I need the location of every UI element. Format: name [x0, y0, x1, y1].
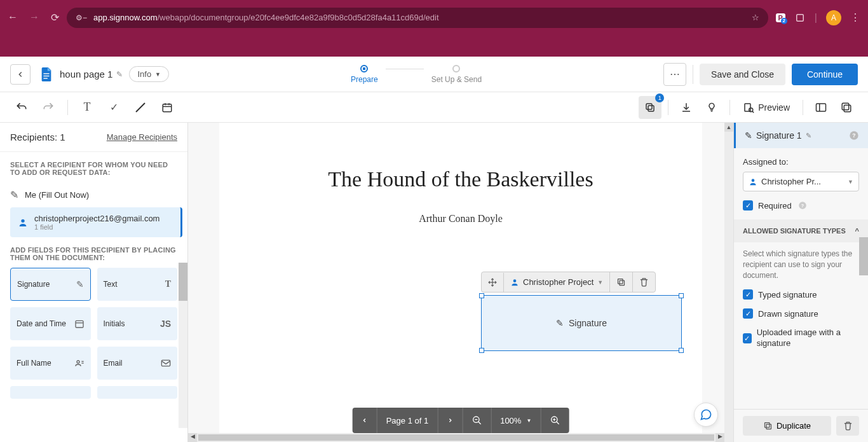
field-fullname[interactable]: Full Name [10, 347, 91, 380]
field-name: Signature 1 [756, 130, 802, 141]
field-text[interactable]: Text T [97, 268, 178, 301]
help-icon[interactable]: ? [798, 201, 807, 210]
field-owner-dropdown[interactable]: Christopher Project ▼ [504, 272, 610, 292]
field-signature[interactable]: Signature ✎ [10, 268, 91, 301]
extensions-icon[interactable] [794, 12, 806, 24]
svg-rect-1 [43, 73, 49, 74]
recipient-me[interactable]: ✎ Me (Fill Out Now) [0, 183, 187, 207]
more-options-button[interactable]: ⋯ [663, 63, 686, 86]
allowed-types-header[interactable]: ALLOWED SIGNATURE TYPES ^ [734, 219, 868, 242]
preview-button[interactable]: Preview [736, 102, 796, 113]
canvas-scrollbar-vertical[interactable]: ▲ [724, 123, 733, 442]
resize-handle-bl[interactable] [479, 348, 484, 353]
save-close-button[interactable]: Save and Close [700, 64, 785, 85]
chevron-up-icon: ^ [855, 227, 859, 235]
canvas-area[interactable]: The Hound of the Baskervilles Arthur Con… [188, 123, 733, 442]
field-initials[interactable]: Initials JS [97, 307, 178, 340]
svg-rect-15 [817, 104, 826, 111]
email-icon [161, 359, 171, 368]
svg-rect-12 [745, 104, 750, 111]
page-prev[interactable] [353, 408, 377, 433]
field-email[interactable]: Email [97, 347, 178, 380]
back-icon[interactable]: ← [8, 11, 18, 24]
check-tool[interactable]: ✓ [102, 96, 125, 119]
checkbox-checked-icon[interactable]: ✓ [743, 333, 752, 343]
duplicate-button[interactable]: Duplicate [743, 416, 831, 436]
delete-button[interactable] [836, 416, 859, 436]
assigned-to-select[interactable]: Christopher Pr... ▼ [743, 172, 859, 191]
step-setup-send[interactable]: Set Up & Send [431, 65, 482, 84]
svg-rect-29 [620, 280, 625, 286]
edit-title-icon[interactable]: ✎ [116, 70, 123, 79]
info-dropdown[interactable]: Info ▼ [129, 66, 169, 82]
zoom-out[interactable] [463, 408, 491, 433]
person-card-icon [74, 358, 85, 368]
checkbox-checked-icon[interactable]: ✓ [743, 200, 753, 211]
menu-icon[interactable]: ⋮ [850, 11, 860, 24]
document-page[interactable]: The Hound of the Baskervilles Arthur Con… [219, 123, 702, 441]
hint-button[interactable] [700, 96, 723, 119]
line-tool[interactable] [129, 96, 152, 119]
svg-point-22 [77, 361, 79, 363]
browser-nav: ← → ⟳ [8, 11, 59, 24]
type-typed-row[interactable]: ✓ Typed signature [743, 289, 859, 300]
pencil-icon: ✎ [10, 189, 18, 201]
resize-handle-tl[interactable] [479, 293, 484, 298]
page-indicator: Page 1 of 1 [377, 408, 438, 433]
back-button[interactable] [10, 64, 31, 85]
required-checkbox-row[interactable]: ✓ Required ? [743, 200, 859, 211]
zoom-in[interactable] [541, 408, 569, 433]
url-bar[interactable]: ⚙− app.signnow.com/webapp/documentgroup/… [67, 8, 768, 28]
date-tool[interactable] [156, 96, 179, 119]
page-next[interactable] [438, 408, 463, 433]
profile-avatar[interactable]: A [826, 10, 841, 25]
document-title[interactable]: houn page 1 [60, 69, 112, 79]
continue-button[interactable]: Continue [792, 64, 858, 85]
doc-heading: The Hound of the Baskervilles [251, 167, 670, 191]
download-button[interactable] [675, 96, 698, 119]
forward-icon[interactable]: → [29, 11, 39, 24]
layout-right-button[interactable] [835, 96, 858, 119]
right-scrollbar[interactable] [859, 237, 868, 275]
help-icon[interactable]: ? [849, 130, 859, 141]
copy-fields-button[interactable]: 1 [639, 96, 661, 119]
field-copy-button[interactable] [610, 272, 633, 292]
edit-name-icon[interactable]: ✎ [806, 132, 811, 140]
text-tool[interactable]: T [76, 96, 98, 119]
redo-button[interactable] [37, 96, 60, 119]
layout-left-button[interactable] [810, 96, 832, 119]
checkbox-checked-icon[interactable]: ✓ [743, 308, 753, 319]
field-datetime[interactable]: Date and Time [10, 307, 91, 340]
chat-button[interactable] [694, 403, 718, 427]
main-layout: Recipients: 1 Manage Recipients SELECT A… [0, 123, 868, 442]
resize-handle-br[interactable] [679, 348, 684, 353]
recipient-christopher[interactable]: christopherproject216@gmail.com 1 field [10, 207, 182, 237]
assigned-to-label: Assigned to: [743, 157, 859, 167]
checkbox-checked-icon[interactable]: ✓ [743, 289, 753, 300]
field-delete-button[interactable] [633, 272, 655, 292]
left-scrollbar[interactable] [179, 263, 187, 428]
recipients-count: Recipients: 1 [10, 132, 65, 142]
reload-icon[interactable]: ⟳ [51, 11, 59, 24]
svg-rect-10 [646, 104, 652, 109]
browser-right: P | A ⋮ [776, 10, 861, 25]
field-extra-2[interactable] [97, 386, 178, 399]
canvas-scrollbar-horizontal[interactable]: ◀ ▶ [188, 433, 724, 442]
undo-button[interactable] [10, 96, 33, 119]
svg-rect-5 [163, 104, 172, 111]
resize-handle-tr[interactable] [679, 293, 684, 298]
extension-badge[interactable]: P [776, 13, 785, 22]
move-handle[interactable] [482, 273, 504, 292]
svg-point-28 [513, 279, 517, 282]
signature-field[interactable]: ✎ Signature [481, 295, 682, 351]
zoom-level[interactable]: 100%▼ [491, 408, 541, 433]
type-drawn-row[interactable]: ✓ Drawn signature [743, 308, 859, 319]
type-uploaded-row[interactable]: ✓ Uploaded image with a signature [743, 328, 859, 349]
svg-rect-25 [161, 360, 170, 366]
field-extra-1[interactable] [10, 386, 91, 399]
bookmark-icon[interactable]: ☆ [752, 13, 759, 22]
site-info-icon[interactable]: ⚙− [76, 13, 87, 22]
step-prepare[interactable]: Prepare [351, 65, 378, 84]
manage-recipients-link[interactable]: Manage Recipients [107, 132, 177, 142]
svg-line-14 [752, 111, 754, 113]
